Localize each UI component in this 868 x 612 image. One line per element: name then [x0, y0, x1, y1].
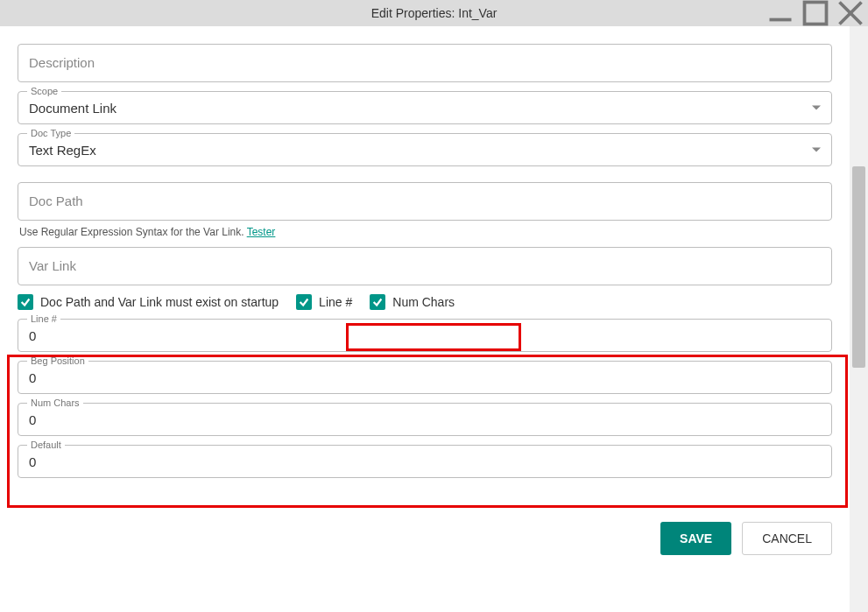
- description-placeholder: Description: [29, 55, 95, 70]
- scrollbar[interactable]: [850, 26, 868, 612]
- helper-text-content: Use Regular Expression Syntax for the Va…: [19, 226, 247, 238]
- linenum-checkbox[interactable]: [296, 294, 312, 310]
- begpos-value: 0: [29, 370, 36, 385]
- default-value: 0: [29, 454, 36, 469]
- save-button[interactable]: SAVE: [660, 522, 731, 555]
- begpos-label: Beg Position: [27, 355, 88, 366]
- cancel-button[interactable]: CANCEL: [742, 522, 832, 555]
- description-field[interactable]: Description: [18, 44, 832, 82]
- docpath-field[interactable]: Doc Path: [18, 182, 832, 221]
- checkbox-row: Doc Path and Var Link must exist on star…: [18, 294, 832, 310]
- numchars-value: 0: [29, 412, 36, 427]
- varlink-field[interactable]: Var Link: [18, 247, 832, 285]
- numchars-checkbox[interactable]: [370, 294, 385, 310]
- numchars-field[interactable]: Num Chars 0: [18, 403, 832, 436]
- docpath-placeholder: Doc Path: [29, 193, 83, 208]
- startup-check-label: Doc Path and Var Link must exist on star…: [40, 295, 279, 309]
- scope-label: Scope: [27, 86, 61, 96]
- window-title: Edit Properties: Int_Var: [371, 6, 498, 20]
- close-button[interactable]: [833, 0, 868, 26]
- titlebar: Edit Properties: Int_Var: [0, 0, 868, 26]
- linenum-value: 0: [29, 328, 36, 343]
- scrollbar-thumb[interactable]: [852, 166, 865, 368]
- linenum-label: Line #: [27, 313, 60, 324]
- doctype-label: Doc Type: [27, 128, 74, 138]
- maximize-button[interactable]: [798, 0, 833, 26]
- minimize-button[interactable]: [763, 0, 798, 26]
- svg-rect-1: [805, 3, 827, 25]
- window-controls: [763, 0, 868, 26]
- doctype-value: Text RegEx: [29, 143, 96, 158]
- default-field[interactable]: Default 0: [18, 445, 832, 478]
- scope-dropdown[interactable]: Scope Document Link: [18, 91, 832, 124]
- numchars-check-label: Num Chars: [392, 295, 455, 309]
- button-row: SAVE CANCEL: [18, 522, 832, 555]
- begpos-field[interactable]: Beg Position 0: [18, 361, 832, 394]
- chevron-down-icon: [812, 148, 821, 152]
- chevron-down-icon: [812, 106, 821, 110]
- linenum-field[interactable]: Line # 0: [18, 319, 832, 352]
- default-label: Default: [27, 440, 65, 450]
- numchars-label: Num Chars: [27, 397, 83, 408]
- doctype-dropdown[interactable]: Doc Type Text RegEx: [18, 133, 832, 166]
- helper-text: Use Regular Expression Syntax for the Va…: [19, 226, 832, 238]
- dialog-content: Description Scope Document Link Doc Type…: [0, 26, 850, 612]
- linenum-check-label: Line #: [319, 295, 352, 309]
- startup-checkbox[interactable]: [18, 294, 33, 310]
- tester-link[interactable]: Tester: [247, 226, 276, 238]
- varlink-placeholder: Var Link: [29, 258, 76, 273]
- scope-value: Document Link: [29, 101, 116, 116]
